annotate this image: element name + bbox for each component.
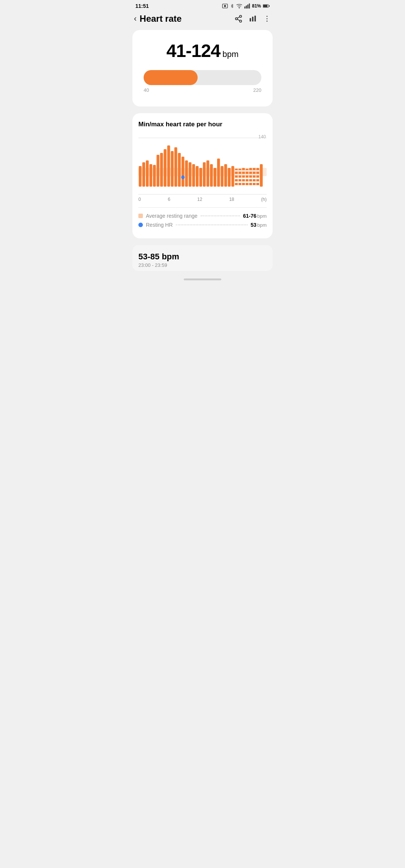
svg-rect-50 [231,166,234,187]
svg-rect-33 [174,147,177,187]
chart-icon[interactable] [249,15,257,23]
svg-rect-41 [199,168,202,187]
svg-rect-39 [192,164,195,187]
status-icons: 81% [222,3,270,9]
svg-rect-34 [178,153,181,187]
svg-rect-27 [153,165,156,187]
wifi-icon [236,3,242,9]
progress-container: 40 220 [144,70,261,93]
more-icon[interactable] [263,15,271,23]
svg-rect-23 [139,166,142,187]
svg-rect-5 [248,4,249,9]
bpm-unit: bpm [222,49,238,59]
svg-rect-32 [171,151,174,187]
svg-rect-17 [255,16,256,22]
progress-label-max: 220 [253,87,261,93]
svg-rect-25 [146,160,149,187]
svg-rect-49 [228,168,231,187]
bpm-display: 41-124bpm [140,40,265,61]
legend-resting-hr: Resting HR 53bpm [138,222,267,228]
svg-point-12 [240,20,242,22]
page-header: ‹ Heart rate [129,10,276,28]
svg-rect-24 [142,162,145,187]
svg-rect-28 [156,155,159,187]
page-title: Heart rate [140,13,234,24]
svg-rect-58 [260,164,263,187]
x-label-h: (h) [261,197,267,202]
signal-icon [244,3,250,9]
bar-chart [138,134,267,190]
legend-avg-resting: Average resting range 61-76bpm [138,213,267,219]
svg-point-11 [236,18,238,20]
header-actions [234,15,271,23]
svg-rect-45 [213,168,216,187]
svg-point-19 [267,18,268,19]
svg-rect-6 [249,3,250,8]
svg-rect-56 [253,167,256,187]
progress-label-min: 40 [144,87,149,93]
svg-rect-35 [182,157,184,187]
x-label-0: 0 [138,197,141,202]
svg-rect-52 [238,169,242,187]
chart-wrapper: 140 [138,134,267,202]
svg-rect-53 [242,168,245,187]
x-label-18: 18 [229,197,234,202]
svg-rect-30 [164,149,166,187]
svg-rect-4 [246,6,247,9]
chart-x-axis: 0 6 12 18 (h) [138,194,267,202]
status-bar: 11:51 81% [129,0,276,10]
svg-rect-40 [196,166,199,187]
progress-labels: 40 220 [144,87,261,93]
svg-rect-31 [167,145,170,187]
bottom-bpm-range: 53-85 bpm [138,252,267,262]
avg-resting-swatch [138,214,143,218]
legend-dashes-2 [176,224,248,225]
svg-rect-44 [210,164,213,187]
status-time: 11:51 [135,3,149,9]
resting-hr-label: Resting HR [146,222,173,228]
svg-point-36 [181,175,185,179]
svg-line-14 [237,17,240,18]
bpm-range: 41-124 [166,41,220,61]
battery-pct: 81% [252,3,261,9]
svg-rect-26 [149,164,152,187]
bottom-time-range: 23:00 - 23:59 [138,262,267,268]
resting-hr-dot [138,223,143,227]
svg-rect-47 [220,166,224,187]
x-label-6: 6 [168,197,170,202]
chart-y-label: 140 [258,134,266,139]
x-label-12: 12 [197,197,202,202]
svg-rect-42 [203,162,206,187]
bluetooth-icon [230,3,234,9]
back-button[interactable]: ‹ [134,14,136,24]
svg-rect-43 [206,160,209,187]
svg-rect-38 [189,162,192,187]
chart-card: Min/max heart rate per hour 140 [132,113,273,238]
progress-fill [144,70,198,85]
avg-resting-label: Average resting range [146,213,198,219]
chart-title: Min/max heart rate per hour [138,121,267,128]
progress-track [144,70,261,85]
svg-rect-3 [244,6,246,8]
svg-rect-46 [217,159,220,187]
svg-point-20 [267,21,268,22]
svg-rect-55 [249,168,252,187]
svg-point-18 [267,16,268,17]
svg-rect-15 [250,18,251,21]
svg-rect-51 [235,169,238,187]
legend-dashes-1 [201,216,240,216]
photo-icon [222,3,228,9]
avg-resting-value: 61-76bpm [243,213,267,219]
svg-rect-57 [256,168,259,187]
battery-icon [263,4,270,8]
svg-rect-48 [224,164,227,187]
svg-line-13 [237,19,240,21]
svg-rect-29 [160,153,163,187]
svg-point-10 [240,15,242,18]
svg-rect-37 [185,160,188,187]
share-icon[interactable] [234,15,243,23]
bottom-info: 53-85 bpm 23:00 - 23:59 [132,245,273,271]
svg-rect-9 [269,5,270,7]
legend-resting-left: Resting HR [138,222,173,228]
legend-avg-left: Average resting range [138,213,198,219]
